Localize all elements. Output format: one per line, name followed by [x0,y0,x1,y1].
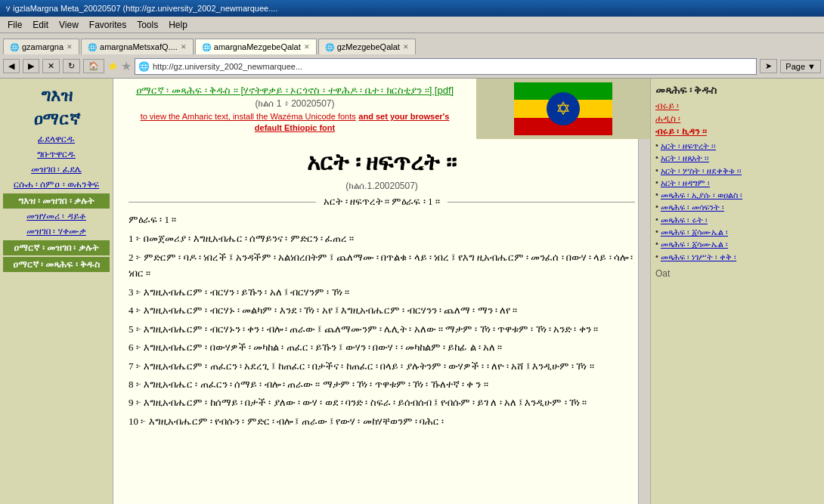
main-title: አርት ፡ ዘፍጥረት ፡፡ [129,150,635,176]
sidebar-link-amh-metsahf[interactable]: ዐማርኛ ፡ መጻሕፍ ፡ ቅዱስ [3,257,110,272]
section-divider: አርት ፡ ዘፍጥረት ፡፡ ምዕራፍ ፡ 1 ፡፡ [129,196,635,208]
tab-amargnametshaf[interactable]: 🌐 amargnaMetsхafQ.... ✕ [81,39,194,54]
refresh-button[interactable]: ↻ [63,59,80,73]
rs-bullet-2: • አርት ፡ ሦስት ፡ ዘደቀቅቱ ፡፡ [655,165,819,176]
sidebar-link-geez-mezgebe[interactable]: ግእዝ ፡ መዝገበ ፡ ቃሉት [3,193,110,209]
home-button[interactable]: 🏠 [83,59,104,73]
rs-bullet-3: • አርት ፡ ዘዳግም ፡ [655,178,819,188]
verse-8: 8 ፦ እግዚአብሔር ፡ ጠፈርን ፡ ሰማይ ፡ ብሎ ፡ ጠራው ፡፡ ማ… [129,376,635,392]
sidebar-link-fidelawardu[interactable]: ፊደላዋርዱ [3,131,110,147]
rs-bullet-5: • መጻሕፍ ፡ መሳፍንት ፡ [655,202,819,212]
tab-gzmezeqe[interactable]: 🌐 gzMezgebeQalat ✕ [318,39,416,54]
favorites-star[interactable]: ★ [107,59,118,73]
section-label: ምዕራፍ ፡ 1 ፡፡ [129,212,635,227]
header-content: ዐማርኛ ፡ መጻሕፍ ፡ ቅዱስ ፡፡ [ሃኖትዋቃይ ፡ ኦርጎኖስ ፡ ተ… [113,79,476,139]
header-top-link[interactable]: ዐማርኛ ፡ መጻሕፍ ፡ ቅዱስ ፡፡ [ሃኖትዋቃይ ፡ ኦርጎኖስ ፡ ተ… [129,85,461,97]
tab-bar: 🌐 gzamargnа ✕ 🌐 amargnaMetsхafQ.... ✕ 🌐 … [0,33,824,54]
verse-10: 10 ፦ እግዚአብሔርም ፡ የብሱን ፡ ምድር ፡ ብሎ ፤ ጠራው ፤ … [129,413,635,429]
title-bar: ሃ igzlaMargna Meta_20020507 (http://gz.u… [0,0,824,17]
forward-button[interactable]: ▶ [23,59,39,73]
scrollbar[interactable] [638,139,650,504]
oat-label: Oat [655,268,819,279]
sidebar-link-mezgebe[interactable]: መዝገበ ፡ ፈደሌ [3,162,110,177]
verse-3: 3 ፦ እግዚአብሔርም ፡ ብርሃን ፡ ይኹን ፡ አለ ፤ ብርሃንም ፡… [129,284,635,300]
ethiopian-flag: ✡ [514,82,612,135]
address-text: http://gz.university_2002_newmarquee... [153,62,302,71]
rs-bullet-8: • መጻሕፍ ፡ ፩ሳሙኤል ፡ [655,239,819,249]
address-bar[interactable]: 🌐 http://gz.university_2002_newmarquee..… [135,58,757,75]
menu-favorites[interactable]: Favorites [85,18,131,32]
title-text: ሃ igzlaMargna Meta_20020507 (http://gz.u… [6,4,277,14]
rs-link-bruy[interactable]: ብሩይ ፡ [655,100,819,111]
menu-view[interactable]: View [54,18,83,32]
rs-title: መጻሕፍ ፡ ቅዱስ [655,85,819,97]
verse-7: 7 ፦ እግዚአብሔርም ፡ ጠፈርን ፡ አደረጊ ፤ ከጠፈር ፡ በታችና… [129,358,635,374]
rs-link-bruy-kidan[interactable]: ብሩይ ፡ ኪዳን ፡፡ [655,126,819,137]
go-button[interactable]: ➤ [760,59,777,73]
main-content-area: አርት ፡ ዘፍጥረት ፡፡ (ክልሰ.1.20020507) አርት ፡ ዘፍ… [113,139,650,504]
sidebar-link-rsuha[interactable]: ርሱሐ ፡ ሰምዐ ፡ ወሐንቅፍ [3,177,110,192]
tab-close-1[interactable]: ✕ [181,43,187,51]
verse-section: ምዕራፍ ፡ 1 ፡፡ 1 ፦ በመጀመሪያ ፡ እግዚአብሔር ፡ ሰማይንና… [129,212,635,429]
verse-2: 2 ፦ ምድርም ፡ ባዶ ፡ ነበረች ፤ አንዳችም ፡ አልነበረበትም … [129,249,635,282]
toolbar: ◀ ▶ ✕ ↻ 🏠 ★ ★ 🌐 http://gz.university_200… [0,54,824,79]
rs-bullet-6: • መጻሕፍ ፡ ሩት ፡ [655,215,819,225]
verse-4: 4 ፦ እግዚአብሔርም ፡ ብርሃኑ ፡ መልካም ፡ እንደ ፡ ኾነ ፡ … [129,302,635,318]
tab-close-3[interactable]: ✕ [403,43,409,51]
main-ref: (ክልሰ.1.20020507) [129,181,635,191]
sidebar-link-mezgebe-haqe[interactable]: መዝገበ ፡ ሃቀሙቃ [3,224,110,239]
flag-star-circle: ✡ [547,92,580,125]
body-section: ግእዝ ዐማርኛ ፊደላዋርዱ ግቡጥዋርዱ መዝገበ ፡ ፈደሌ ርሱሐ ፡ … [0,79,824,504]
tab-gzamargna[interactable]: 🌐 gzamargnа ✕ [3,39,79,54]
menu-tools[interactable]: Tools [132,18,163,32]
verse-9: 9 ፦ እግዚአብሔርም ፡ ከሰማይ ፡ በታች ፡ ያለው ፡ ውሃ ፡ ወ… [129,394,635,410]
verse-6: 6 ፦ እግዚአብሔርም ፡ በውሃዎች ፡ መካከል ፡ ጠፈር ፡ ይኹን … [129,339,635,355]
menu-help[interactable]: Help [164,18,192,32]
sidebar-right: መጻሕፍ ፡ ቅዱስ ብሩይ ፡ ሐዲስ ፡ ብሩይ ፡ ኪዳን ፡፡ • አር… [650,79,824,504]
menu-file[interactable]: File [3,18,26,32]
tab-close-0[interactable]: ✕ [67,43,73,51]
rs-bullet-0: • አርት ፡ ዘፍጥረት ፡፡ [655,141,819,151]
header-ref: (ክልሰ 1 ፥ 20020507) [129,98,461,109]
page-header: ዐማርኛ ፡ መጻሕፍ ፡ ቅዱስ ፡፡ [ሃኖትዋቃይ ፡ ኦርጎኖስ ፡ ተ… [113,79,650,139]
flag-area: ✡ [476,79,650,139]
page-button[interactable]: Page ▼ [780,60,821,73]
verse-5: 5 ፦ እግዚአብሔርም ፡ ብርሃኑን ፡ ቀን ፡ ብሎ ፡ ጠራው ፤ ጨ… [129,321,635,337]
rs-bullet-1: • አርት ፡ ዘጸአት ፡፡ [655,153,819,163]
rs-bullet-7: • መጻሕፍ ፡ ፩ሳሙኤል ፡ [655,227,819,237]
verse-1: 1 ፦ በመጀመሪያ ፡ እግዚአብሔር ፡ ሰማይንና ፡ ምድርን ፡ ፈጠ… [129,230,635,246]
add-favorites-star[interactable]: ★ [121,59,132,73]
menu-bar: File Edit View Favorites Tools Help [0,17,824,33]
site-logo: ግእዝ ዐማርኛ [3,85,110,131]
sidebar-left: ግእዝ ዐማርኛ ፊደላዋርዱ ግቡጥዋርዱ መዝገበ ፡ ፈደሌ ርሱሐ ፡ … [0,79,113,504]
sidebar-link-amh-mezgebe[interactable]: ዐማርኛ ፡ መዝገበ ፡ ቃሉት [3,240,110,255]
back-button[interactable]: ◀ [3,59,20,73]
tab-amargnamezeqe[interactable]: 🌐 amargnaMezgebeQalat ✕ [195,39,317,54]
tab-close-2[interactable]: ✕ [304,43,310,51]
stop-button[interactable]: ✕ [42,59,60,73]
menu-edit[interactable]: Edit [28,18,53,32]
sidebar-link-mezhameri[interactable]: መዝሃመሪ ፡ ዳይቶ [3,209,110,224]
rs-link-hadis[interactable]: ሐዲስ ፡ [655,113,819,124]
header-notice: to view the Amharic text, install the Wa… [129,110,461,133]
rs-bullet-9: • መጻሕፍ ፡ ነገሥት ፡ ቀቅ ፡ [655,252,819,262]
sidebar-link-gbutewardu[interactable]: ግቡጥዋርዱ [3,147,110,162]
rs-bullet-4: • መጻሕፍ ፡ ኢያሱ ፡ ወዐልስ ፡ [655,190,819,200]
rs-bullets: • አርት ፡ ዘፍጥረት ፡፡ • አርት ፡ ዘጸአት ፡፡ • አርት ፡… [655,141,819,262]
